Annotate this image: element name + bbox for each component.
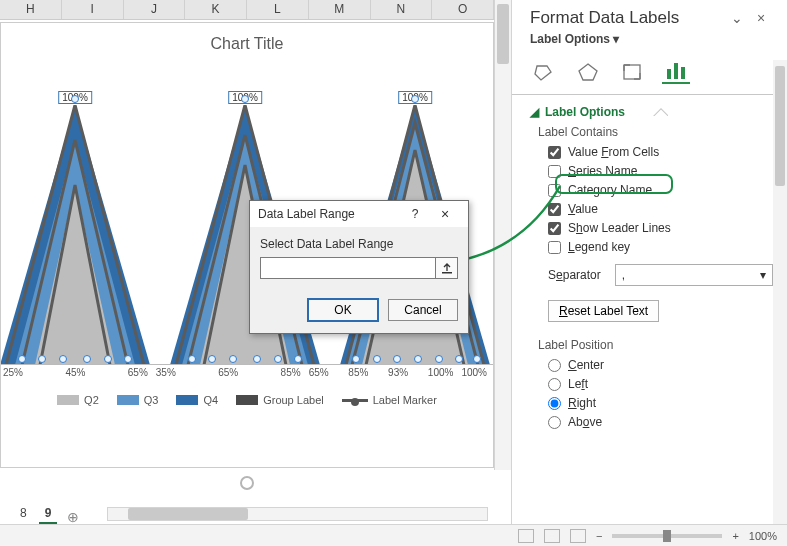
value-checkbox[interactable] [548,203,561,216]
separator-dropdown[interactable]: , ▾ [615,264,773,286]
checkbox-label: Value [568,202,598,216]
radio-label: Above [568,415,602,429]
checkbox-label: Value From Cells [568,145,659,159]
label-position-left-radio[interactable] [548,378,561,391]
radio-label: Right [568,396,596,410]
sheet-tab[interactable]: 8 [14,504,33,524]
dialog-title: Data Label Range [258,207,400,221]
label-position-heading: Label Position [538,338,773,352]
line-marker-icon [342,399,368,402]
column-headers: H I J K L M N O [0,0,494,20]
label-options-tab[interactable] [662,60,690,84]
checkbox-label: Legend key [568,240,630,254]
separator-label: Separator [548,268,601,282]
col-header[interactable]: M [309,0,371,19]
axis-tick-label: 85% [348,367,368,383]
chevron-down-icon: ▾ [613,32,619,46]
ok-button[interactable]: OK [308,299,378,321]
axis-tick-label: 100% [461,367,487,383]
axis-tick-label: 45% [65,367,85,383]
svg-marker-11 [579,64,597,80]
split-handle[interactable] [240,476,254,490]
panel-collapse-button[interactable]: ⌄ [725,10,749,26]
zoom-slider[interactable] [612,534,722,538]
dialog-close-button[interactable]: × [430,206,460,222]
legend-key-checkbox[interactable] [548,241,561,254]
tab-scroll-left-icon[interactable] [79,509,89,519]
checkbox-label: Show Leader Lines [568,221,671,235]
tab-pointer-icon [652,108,668,116]
normal-view-icon[interactable] [518,529,534,543]
axis-tick-label: 65% [309,367,329,383]
col-header[interactable]: H [0,0,62,19]
range-picker-button[interactable] [436,257,458,279]
axis-tick-label: 85% [281,367,301,383]
zoom-level[interactable]: 100% [749,530,777,542]
panel-category-tabs [530,60,773,84]
data-label-range-dialog: Data Label Range ? × Select Data Label R… [249,200,469,334]
sheet-tabs: 8 9 ⊕ [0,504,101,524]
cancel-button[interactable]: Cancel [388,299,458,321]
status-bar: − + 100% [0,524,787,546]
data-label-range-input[interactable] [260,257,436,279]
zoom-out-button[interactable]: − [596,530,602,542]
legend-entry: Q2 [84,394,99,406]
axis-tick-label: 65% [218,367,238,383]
scrollbar-thumb[interactable] [497,4,509,64]
sheet-tab-active[interactable]: 9 [39,504,58,524]
label-contains-heading: Label Contains [538,125,773,139]
axis-tick-label: 100% [428,367,454,383]
label-position-right-radio[interactable] [548,397,561,410]
col-header[interactable]: I [62,0,124,19]
page-break-view-icon[interactable] [570,529,586,543]
category-name-checkbox[interactable] [548,184,561,197]
dialog-field-label: Select Data Label Range [260,237,458,251]
new-sheet-icon[interactable]: ⊕ [67,509,77,519]
chart-legend[interactable]: Q2 Q3 Q4 Group Label Label Marker [1,387,493,413]
panel-title: Format Data Labels [530,8,725,28]
series-name-checkbox[interactable] [548,165,561,178]
chevron-down-icon: ▾ [760,268,766,282]
label-position-center-radio[interactable] [548,359,561,372]
checkbox-label: Category Name [568,183,652,197]
legend-entry: Q4 [203,394,218,406]
axis-tick-label: 93% [388,367,408,383]
legend-entry: Label Marker [373,394,437,406]
value-from-cells-checkbox[interactable] [548,146,561,159]
svg-rect-13 [667,69,671,79]
scrollbar-thumb[interactable] [775,66,785,186]
zoom-in-button[interactable]: + [732,530,738,542]
page-layout-view-icon[interactable] [544,529,560,543]
vertical-scrollbar[interactable] [494,0,511,470]
col-header[interactable]: K [185,0,247,19]
legend-entry: Group Label [263,394,324,406]
collapse-range-icon [441,262,453,274]
panel-vertical-scrollbar[interactable] [773,60,787,524]
scrollbar-thumb[interactable] [128,508,248,520]
col-header[interactable]: N [371,0,433,19]
size-properties-tab[interactable] [618,60,646,84]
axis-tick-label: 35% [156,367,176,383]
format-data-labels-panel: Format Data Labels ⌄ × Label Options ▾ ◢… [511,0,787,524]
panel-close-button[interactable]: × [749,10,773,26]
legend-entry: Q3 [144,394,159,406]
show-leader-lines-checkbox[interactable] [548,222,561,235]
col-header[interactable]: J [124,0,186,19]
svg-rect-14 [674,63,678,79]
chart-group: 100% [1,105,149,365]
chart-title[interactable]: Chart Title [1,23,493,59]
svg-rect-9 [442,272,452,274]
fill-line-tab[interactable] [530,60,558,84]
chart-x-axis [1,364,493,365]
dialog-help-button[interactable]: ? [400,207,430,221]
label-position-above-radio[interactable] [548,416,561,429]
radio-label: Center [568,358,604,372]
col-header[interactable]: L [247,0,309,19]
col-header[interactable]: O [432,0,494,19]
panel-subtitle-dropdown[interactable]: Label Options ▾ [530,32,773,46]
horizontal-scrollbar[interactable] [107,507,488,521]
tab-scroll-right-icon[interactable] [91,509,101,519]
checkbox-label: Series Name [568,164,637,178]
effects-tab[interactable] [574,60,602,84]
reset-label-text-button[interactable]: Reset Label Text [548,300,659,322]
